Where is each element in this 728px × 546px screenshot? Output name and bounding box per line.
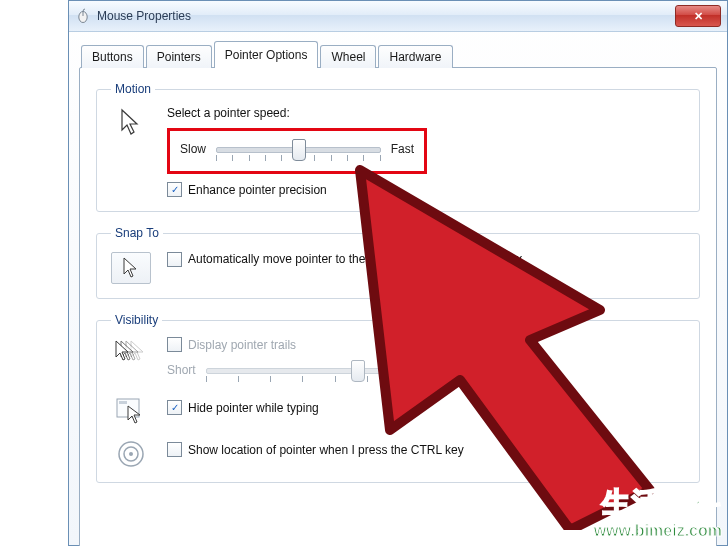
pointer-trails-thumb (351, 360, 365, 382)
pointer-trails-slider (206, 358, 401, 382)
enhance-precision-checkbox[interactable]: ✓ (167, 182, 182, 197)
close-icon: ✕ (694, 10, 703, 23)
snap-to-label: Automatically move pointer to the defaul… (188, 252, 522, 266)
pointer-trails-label: Display pointer trails (188, 338, 296, 352)
snap-to-checkbox[interactable] (167, 252, 182, 267)
pointer-speed-highlight-box: Slow Fast (167, 128, 427, 174)
client-area: Buttons Pointers Pointer Options Wheel H… (69, 32, 727, 546)
group-motion: Motion Select a pointer speed: Slow (96, 82, 700, 212)
svg-rect-3 (119, 401, 127, 404)
long-label: Long (410, 363, 437, 377)
tab-buttons[interactable]: Buttons (81, 45, 144, 68)
pointer-speed-thumb[interactable] (292, 139, 306, 161)
ctrl-locate-checkbox[interactable] (167, 442, 182, 457)
tab-hardware[interactable]: Hardware (378, 45, 452, 68)
tab-pointer-options[interactable]: Pointer Options (214, 41, 319, 68)
pointer-trails-icon (111, 337, 151, 369)
group-motion-legend: Motion (111, 82, 155, 96)
pointer-speed-slider[interactable] (216, 137, 381, 161)
tab-strip: Buttons Pointers Pointer Options Wheel H… (81, 40, 717, 67)
tab-pointers[interactable]: Pointers (146, 45, 212, 68)
group-snap-to: Snap To Automatically move pointer to th… (96, 226, 700, 299)
hide-typing-checkbox[interactable]: ✓ (167, 400, 182, 415)
enhance-precision-label: Enhance pointer precision (188, 183, 327, 197)
close-button[interactable]: ✕ (675, 5, 721, 27)
snap-to-icon (111, 252, 151, 284)
tab-wheel[interactable]: Wheel (320, 45, 376, 68)
ctrl-locate-label: Show location of pointer when I press th… (188, 443, 464, 457)
group-visibility-legend: Visibility (111, 313, 162, 327)
svg-point-6 (129, 452, 133, 456)
slow-label: Slow (180, 142, 206, 156)
motion-cursor-icon (111, 106, 151, 138)
hide-typing-label: Hide pointer while typing (188, 401, 319, 415)
fast-label: Fast (391, 142, 414, 156)
short-label: Short (167, 363, 196, 377)
hide-typing-icon (111, 396, 151, 424)
pointer-speed-label: Select a pointer speed: (167, 106, 685, 120)
window-title: Mouse Properties (97, 9, 191, 23)
mouse-icon (75, 8, 91, 24)
group-snap-to-legend: Snap To (111, 226, 163, 240)
titlebar: Mouse Properties ✕ (69, 1, 727, 32)
mouse-properties-window: Mouse Properties ✕ Buttons Pointers Poin… (68, 0, 728, 546)
pointer-trails-checkbox[interactable] (167, 337, 182, 352)
tab-page-pointer-options: Motion Select a pointer speed: Slow (79, 67, 717, 546)
ctrl-locate-icon (111, 438, 151, 468)
group-visibility: Visibility Display pointer tr (96, 313, 700, 483)
